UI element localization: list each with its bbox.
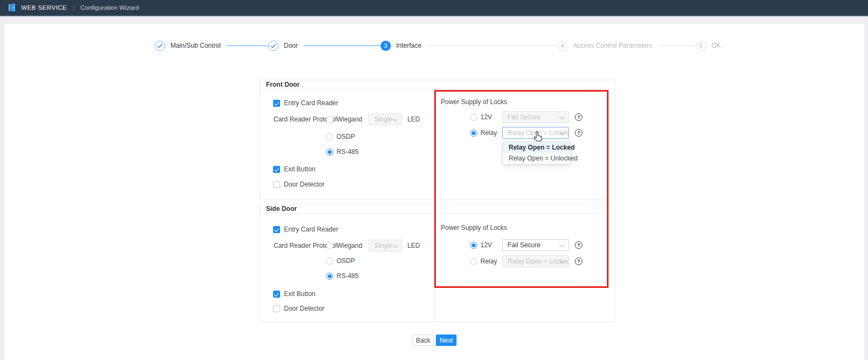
entry-card-reader-label: Entry Card Reader	[284, 99, 338, 107]
12v-mode-select[interactable]: Fail Secure	[502, 111, 569, 123]
relay-mode-select[interactable]: Relay Open = Locked	[502, 127, 569, 139]
chevron-down-icon	[393, 117, 398, 122]
app-logo-door-icon	[8, 3, 16, 12]
exit-button-label: Exit Button	[284, 290, 315, 298]
led-label: LED	[407, 242, 420, 249]
front-door-panel-title: Front Door	[259, 80, 615, 89]
entry-card-reader-checkbox[interactable]	[273, 100, 280, 107]
panel-column-divider	[434, 214, 435, 322]
help-icon[interactable]: ?	[575, 129, 582, 137]
step-3-active-circle: 3	[381, 41, 391, 51]
relay-mode-dropdown: Relay Open = Locked Relay Open = Unlocke…	[503, 142, 571, 164]
next-button[interactable]: Next	[436, 335, 457, 346]
step-4-label: Access Control Parameters	[573, 42, 652, 49]
check-icon	[270, 43, 276, 48]
rs485-radio[interactable]	[326, 273, 333, 280]
led-label: LED	[407, 115, 420, 123]
step-4-pending-circle: 4	[557, 41, 567, 51]
wizard-stepper: Main/Sub Control Door 3 Interface 4 Acce…	[155, 40, 726, 51]
door-detector-checkbox[interactable]	[273, 181, 280, 188]
card-reader-protocol-label: Card Reader Protocol	[274, 115, 324, 123]
wiegand-mode-select[interactable]: Single	[369, 240, 402, 252]
side-door-panel-title: Side Door	[259, 204, 615, 214]
card-reader-protocol-label: Card Reader Protocol	[274, 242, 324, 249]
exit-button-checkbox[interactable]	[273, 291, 280, 298]
step-connector	[303, 46, 381, 46]
rs485-label: RS-485	[337, 272, 359, 280]
power-supply-title: Power Supply of Locks	[441, 224, 507, 232]
wiegand-mode-select[interactable]: Single	[369, 113, 402, 125]
chevron-down-icon	[393, 243, 398, 248]
relay-label: Relay	[480, 258, 502, 265]
relay-mode-select[interactable]: Relay Open = Locked	[502, 255, 569, 267]
wiegand-mode-value: Single	[374, 242, 392, 249]
step-2-done-circle	[268, 41, 278, 51]
page-title: Configuration Wizard	[80, 4, 138, 11]
front-door-panel: Front Door Entry Card Reader Card Reader…	[259, 80, 616, 200]
step-1-done-circle	[155, 41, 165, 51]
brand-title: WEB SERVICE	[21, 4, 67, 11]
wiegand-radio[interactable]	[326, 116, 333, 123]
entry-card-reader-label: Entry Card Reader	[284, 226, 338, 233]
dropdown-option-relay-open-locked[interactable]: Relay Open = Locked	[503, 142, 570, 153]
relay-label: Relay	[480, 129, 502, 137]
exit-button-label: Exit Button	[284, 165, 315, 173]
rs485-label: RS-485	[337, 148, 359, 156]
back-button[interactable]: Back	[413, 335, 434, 346]
step-2-label: Door	[284, 42, 298, 49]
entry-card-reader-checkbox[interactable]	[273, 226, 280, 233]
12v-radio[interactable]	[470, 114, 477, 121]
relay-radio[interactable]	[470, 258, 477, 265]
chevron-down-icon	[560, 114, 565, 120]
exit-button-checkbox[interactable]	[273, 166, 280, 173]
step-connector	[658, 46, 696, 46]
title-divider: |	[73, 4, 74, 11]
wiegand-mode-value: Single	[374, 115, 392, 123]
help-icon[interactable]: ?	[575, 113, 582, 121]
chevron-down-icon	[560, 242, 565, 248]
dropdown-option-relay-open-unlocked[interactable]: Relay Open = Unlocked	[503, 153, 570, 164]
panel-column-divider	[434, 89, 435, 200]
12v-label: 12V	[480, 113, 502, 121]
12v-mode-value: Fail Secure	[508, 241, 541, 249]
12v-mode-value: Fail Secure	[508, 113, 541, 121]
osdp-label: OSDP	[337, 133, 355, 140]
step-1-label: Main/Sub Control	[170, 42, 221, 49]
door-detector-label: Door Detector	[284, 305, 325, 312]
door-detector-label: Door Detector	[284, 181, 325, 188]
help-icon[interactable]: ?	[575, 258, 582, 265]
step-5-pending-circle: 5	[696, 41, 706, 51]
rs485-radio[interactable]	[326, 149, 333, 156]
12v-radio[interactable]	[470, 242, 477, 249]
osdp-radio[interactable]	[326, 258, 333, 265]
osdp-label: OSDP	[337, 257, 355, 265]
osdp-radio[interactable]	[326, 133, 333, 140]
12v-label: 12V	[480, 241, 502, 249]
wiegand-label: Wiegand	[337, 242, 362, 249]
step-3-label: Interface	[396, 42, 422, 49]
step-connector	[226, 46, 268, 46]
check-icon	[157, 43, 163, 48]
relay-radio[interactable]	[470, 130, 477, 137]
door-detector-checkbox[interactable]	[273, 305, 280, 312]
help-icon[interactable]: ?	[575, 241, 582, 249]
wiegand-radio[interactable]	[326, 242, 333, 249]
step-connector	[427, 46, 557, 46]
power-supply-title: Power Supply of Locks	[441, 98, 507, 106]
step-5-label: OK	[712, 42, 721, 49]
top-bar: WEB SERVICE | Configuration Wizard	[0, 0, 868, 16]
wiegand-label: Wiegand	[337, 115, 362, 123]
side-door-panel: Side Door Entry Card Reader Card Reader …	[259, 204, 616, 322]
12v-mode-select[interactable]: Fail Secure	[502, 239, 569, 251]
